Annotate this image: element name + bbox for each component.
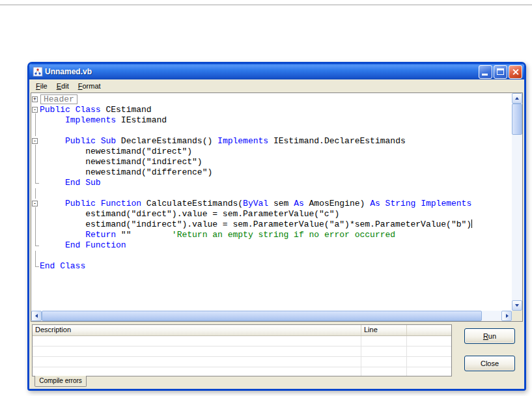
code-line[interactable]: newestimand("difference") xyxy=(31,167,512,178)
code-line[interactable] xyxy=(31,126,512,136)
error-cell xyxy=(407,367,451,376)
fold-guide-line xyxy=(31,240,40,251)
close-button[interactable] xyxy=(509,65,522,79)
horizontal-scrollbar[interactable] xyxy=(31,311,512,321)
scroll-up-button[interactable] xyxy=(512,93,522,104)
code-line[interactable]: End Class xyxy=(31,261,512,272)
code-line[interactable]: -Public Class CEstimand xyxy=(31,105,512,115)
fold-guide-line xyxy=(31,178,40,188)
column-header-description[interactable]: Description xyxy=(33,325,361,335)
code-line-text: newestimand("difference") xyxy=(40,167,512,178)
fold-guide-line xyxy=(31,209,40,219)
run-button[interactable]: Run xyxy=(464,328,515,344)
code-line[interactable]: newestimand("indirect") xyxy=(31,157,512,167)
scroll-down-button[interactable] xyxy=(512,300,522,311)
fold-guide-line xyxy=(31,219,40,230)
collapsed-header-region[interactable]: Header xyxy=(40,94,77,104)
error-row[interactable] xyxy=(33,346,451,357)
menu-bar: File Edit Format xyxy=(29,79,524,92)
code-line[interactable]: End Function xyxy=(31,240,512,251)
fold-guide-line xyxy=(31,157,40,167)
code-line[interactable]: End Sub xyxy=(31,178,512,188)
code-line[interactable]: Implements IEstimand xyxy=(31,115,512,126)
code-editor[interactable]: +Header-Public Class CEstimand Implement… xyxy=(31,92,523,322)
scroll-right-button[interactable] xyxy=(501,311,512,321)
code-line[interactable]: - Public Function CalculateEstimands(ByV… xyxy=(31,199,512,209)
code-line[interactable]: Return "" 'Return an empty string if no … xyxy=(31,230,512,240)
column-header-blank[interactable] xyxy=(407,325,451,335)
code-line-text: newestimand("direct") xyxy=(40,147,512,157)
error-row[interactable] xyxy=(33,357,451,367)
error-row[interactable] xyxy=(33,336,451,346)
scroll-left-button[interactable] xyxy=(31,311,42,321)
error-cell xyxy=(361,346,407,356)
error-cell xyxy=(33,346,361,356)
code-line-text: End Function xyxy=(40,240,512,251)
fold-guide-line xyxy=(31,126,40,136)
menu-file[interactable]: File xyxy=(31,81,52,91)
code-line-text: newestimand("indirect") xyxy=(40,157,512,167)
program-editor-window: Unnamed.vb File Edit Format +Header-Publ… xyxy=(27,62,526,391)
code-line-text: Header xyxy=(40,94,512,105)
error-cell xyxy=(407,346,451,356)
error-row[interactable] xyxy=(33,367,451,376)
vertical-scroll-thumb[interactable] xyxy=(512,104,522,135)
fold-guide-line xyxy=(31,251,40,261)
error-cell xyxy=(361,357,407,367)
code-line[interactable]: estimand("direct").value = sem.Parameter… xyxy=(31,209,512,219)
error-cell xyxy=(33,336,361,346)
horizontal-scroll-thumb[interactable] xyxy=(42,311,482,321)
fold-guide-line xyxy=(31,188,40,199)
column-header-line[interactable]: Line xyxy=(361,325,407,335)
vertical-scrollbar[interactable] xyxy=(512,93,522,311)
code-line-text: Public Function CalculateEstimands(ByVal… xyxy=(40,199,512,209)
error-cell xyxy=(361,367,407,376)
code-line[interactable] xyxy=(31,188,512,199)
menu-edit[interactable]: Edit xyxy=(52,81,74,91)
compile-errors-tab[interactable]: Compile errors xyxy=(35,376,87,387)
code-line-text: Public Class CEstimand xyxy=(40,105,512,115)
menu-format[interactable]: Format xyxy=(74,81,105,91)
fold-toggle-icon[interactable]: - xyxy=(31,136,40,147)
window-controls xyxy=(477,65,522,79)
code-lines[interactable]: +Header-Public Class CEstimand Implement… xyxy=(31,93,512,311)
error-cell xyxy=(407,336,451,346)
fold-toggle-icon[interactable]: - xyxy=(31,105,40,115)
code-line[interactable]: newestimand("direct") xyxy=(31,147,512,157)
code-line-text: estimand("direct").value = sem.Parameter… xyxy=(40,209,512,219)
maximize-icon xyxy=(497,68,504,75)
code-line-text xyxy=(40,126,512,136)
code-line[interactable]: estimand("indirect").value = sem.Paramet… xyxy=(31,219,512,230)
text-caret xyxy=(471,219,472,228)
dialog-body: +Header-Public Class CEstimand Implement… xyxy=(29,92,524,389)
error-cell xyxy=(33,367,361,376)
code-line-text: End Sub xyxy=(40,178,512,188)
window-icon xyxy=(33,66,43,77)
code-line-text: estimand("indirect").value = sem.Paramet… xyxy=(40,219,512,230)
fold-guide-line xyxy=(31,261,40,272)
error-cell xyxy=(407,357,451,367)
fold-guide-line xyxy=(31,167,40,178)
error-cell xyxy=(361,336,407,346)
maximize-button[interactable] xyxy=(494,65,507,79)
code-line[interactable]: +Header xyxy=(31,94,512,105)
run-button-label: Run xyxy=(483,332,496,340)
code-line-text: Implements IEstimand xyxy=(40,115,512,126)
fold-guide-line xyxy=(31,230,40,240)
minimize-button[interactable] xyxy=(479,65,492,79)
code-line-text: Return "" 'Return an empty string if no … xyxy=(40,230,512,240)
scrollbar-corner xyxy=(512,311,522,321)
close-icon xyxy=(512,68,519,76)
fold-toggle-icon[interactable]: + xyxy=(31,94,40,105)
title-bar[interactable]: Unnamed.vb xyxy=(29,64,524,79)
fold-toggle-icon[interactable]: - xyxy=(31,199,40,209)
error-cell xyxy=(33,357,361,367)
code-line[interactable]: - Public Sub DeclareEstimands() Implemen… xyxy=(31,136,512,147)
minimize-icon xyxy=(482,74,488,76)
code-line-text: Public Sub DeclareEstimands() Implements… xyxy=(40,136,512,147)
fold-guide-line xyxy=(31,115,40,126)
fold-guide-line xyxy=(31,147,40,157)
close-dialog-button[interactable]: Close xyxy=(464,356,515,371)
code-line[interactable] xyxy=(31,251,512,261)
code-line-text: End Class xyxy=(40,261,512,272)
